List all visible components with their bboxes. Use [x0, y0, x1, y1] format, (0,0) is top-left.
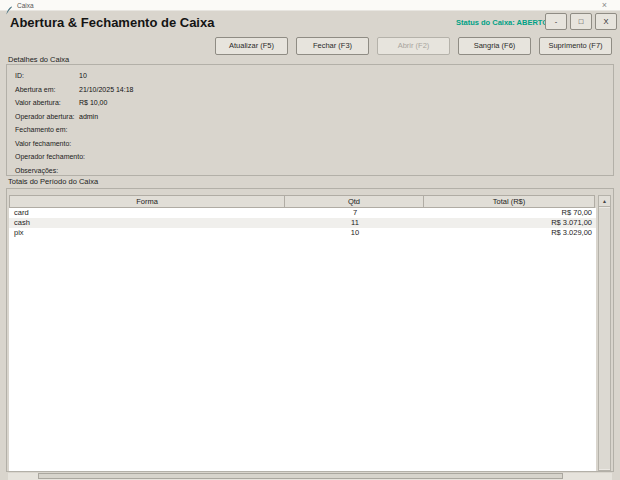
- horizontal-scrollbar-thumb[interactable]: [38, 473, 563, 479]
- cell-total: R$ 3.071,00: [425, 218, 596, 228]
- cell-forma: pix: [9, 228, 285, 238]
- vertical-scrollbar[interactable]: ▲: [598, 195, 611, 471]
- field-label: Operador fechamento:: [15, 153, 85, 160]
- cell-total: R$ 3.029,00: [425, 228, 596, 238]
- detail-row-abertura-em: Abertura em: 21/10/2025 14:18: [7, 84, 613, 98]
- totals-group-title: Totais do Período do Caixa: [8, 177, 98, 186]
- detail-row-id: ID: 10: [7, 70, 613, 84]
- fechar-button[interactable]: Fechar (F3): [296, 37, 369, 55]
- cell-forma: cash: [9, 218, 285, 228]
- horizontal-scrollbar[interactable]: [8, 473, 612, 480]
- os-window-title: Caixa: [17, 2, 34, 9]
- detail-row-fechamento-em: Fechamento em:: [7, 124, 613, 138]
- detail-row-valor-abertura: Valor abertura: R$ 10,00: [7, 97, 613, 111]
- vertical-scrollbar-thumb[interactable]: [599, 208, 610, 469]
- field-label: Fechamento em:: [15, 126, 68, 133]
- os-close-icon[interactable]: ×: [602, 1, 607, 10]
- field-label: Valor abertura:: [15, 99, 61, 106]
- details-group-title: Detalhes do Caixa: [8, 55, 69, 64]
- detail-row-operador-fechamento: Operador fechamento:: [7, 151, 613, 165]
- field-label: Operador abertura:: [15, 113, 75, 120]
- field-label: Valor fechamento:: [15, 140, 71, 147]
- page-title: Abertura & Fechamento de Caixa: [10, 15, 214, 30]
- sangria-button[interactable]: Sangria (F6): [458, 37, 531, 55]
- detail-row-operador-abertura: Operador abertura: admin: [7, 111, 613, 125]
- detail-row-valor-fechamento: Valor fechamento:: [7, 138, 613, 152]
- details-fields: ID: 10 Abertura em: 21/10/2025 14:18 Val…: [7, 65, 613, 178]
- table-row[interactable]: pix 10 R$ 3.029,00: [9, 228, 596, 238]
- field-value: admin: [79, 113, 98, 120]
- table-row[interactable]: cash 11 R$ 3.071,00: [9, 218, 596, 228]
- minimize-button[interactable]: -: [545, 13, 567, 30]
- abrir-button: Abrir (F2): [377, 37, 450, 55]
- field-value: 10: [79, 72, 87, 79]
- field-value: 21/10/2025 14:18: [79, 86, 134, 93]
- cell-total: R$ 70,00: [425, 208, 596, 218]
- field-value: R$ 10,00: [79, 99, 107, 106]
- detail-row-observacoes: Observações:: [7, 165, 613, 179]
- cell-forma: card: [9, 208, 285, 218]
- table-header: Forma Qtd Total (R$): [9, 195, 594, 208]
- maximize-button[interactable]: □: [570, 13, 592, 30]
- column-header-forma[interactable]: Forma: [9, 195, 285, 208]
- column-header-qtd[interactable]: Qtd: [284, 195, 424, 208]
- close-button[interactable]: X: [595, 13, 617, 30]
- window-controls: - □ X: [545, 13, 617, 30]
- table-row[interactable]: card 7 R$ 70,00: [9, 208, 596, 218]
- table-body: card 7 R$ 70,00 cash 11 R$ 3.071,00 pix …: [9, 208, 596, 471]
- cell-qtd: 11: [285, 218, 425, 228]
- field-label: Observações:: [15, 167, 58, 174]
- cell-qtd: 10: [285, 228, 425, 238]
- atualizar-button[interactable]: Atualizar (F5): [215, 37, 288, 55]
- app-feather-icon: [5, 1, 13, 10]
- field-label: Abertura em:: [15, 86, 55, 93]
- os-titlebar: Caixa ×: [0, 0, 620, 11]
- suprimento-button[interactable]: Suprimento (F7): [539, 37, 612, 55]
- totals-group: Forma Qtd Total (R$) card 7 R$ 70,00 cas…: [6, 188, 614, 472]
- scroll-up-icon[interactable]: ▲: [599, 196, 610, 207]
- status-badge: Status do Caixa: ABERTO: [456, 18, 548, 27]
- field-label: ID:: [15, 72, 24, 79]
- cell-qtd: 7: [285, 208, 425, 218]
- column-header-total[interactable]: Total (R$): [423, 195, 595, 208]
- details-group: ID: 10 Abertura em: 21/10/2025 14:18 Val…: [6, 64, 614, 176]
- toolbar: Atualizar (F5) Fechar (F3) Abrir (F2) Sa…: [215, 37, 612, 55]
